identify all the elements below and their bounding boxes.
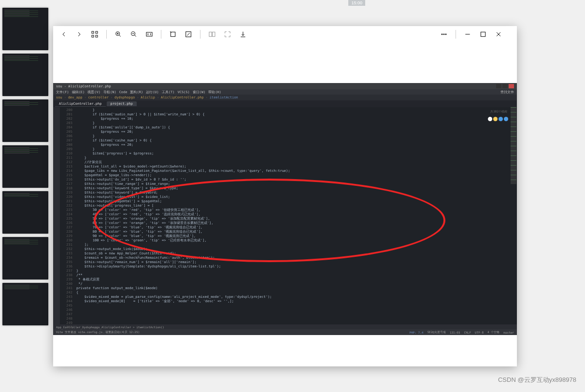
watermark: CSDN @云罗互动yx898978 — [498, 376, 576, 384]
thumbnail-item[interactable] — [2, 237, 48, 280]
code-line: private function output_mode_link($mode) — [76, 286, 510, 291]
thread-count: 共382个线程 — [490, 109, 507, 113]
close-icon[interactable] — [495, 30, 502, 38]
ide-sidebar-ruler — [53, 107, 60, 324]
thumbnail-item[interactable] — [2, 54, 48, 96]
editor-tab[interactable]: AliclipController.php — [55, 101, 106, 107]
code-line: $this->displaySmarty(template:'dydsphopg… — [76, 265, 510, 269]
forward-icon[interactable] — [75, 30, 83, 38]
svg-rect-10 — [213, 32, 215, 36]
ide-minimize-icon[interactable] — [496, 84, 501, 88]
one-to-one-icon[interactable] — [145, 30, 153, 38]
status-php: PHP: 7.4 — [410, 331, 424, 334]
svg-rect-1 — [96, 31, 98, 33]
ide-titlebar: sou - AliclipController.php — [53, 83, 517, 89]
zoom-in-icon[interactable] — [114, 30, 122, 38]
thumbnail-item[interactable] — [2, 145, 48, 188]
rotate-icon[interactable] — [169, 30, 177, 38]
crumb-item[interactable]: AliclipController.php — [161, 96, 204, 99]
status-crlf: CRLF — [464, 331, 471, 334]
crumb-item[interactable]: controller — [88, 96, 109, 99]
ide-tab-bar: AliclipController.phpproject.php — [53, 100, 517, 107]
code-line: $this->output['dv_id'] = $dv_id > 0 ? $d… — [76, 178, 510, 182]
svg-point-12 — [443, 34, 444, 35]
timestamp-badge: 15:00 — [348, 0, 365, 6]
code-line: } — [76, 134, 510, 139]
menu-item[interactable]: 文件(F) — [56, 90, 69, 95]
status-charset: UTF-8 — [475, 331, 484, 334]
menu-item[interactable]: 运行(U) — [146, 90, 159, 95]
ide-window: sou - AliclipController.php 文件(F)编辑(E)视图… — [53, 83, 517, 335]
editor-tab[interactable]: project.php — [107, 101, 137, 106]
code-line: $this->output['keyword_type'] = $keyword… — [76, 186, 510, 191]
crumb-item[interactable]: dydsphopgo — [114, 96, 135, 99]
code-line: $this->output['progress_line'] = [ — [76, 204, 510, 208]
more-icon[interactable] — [440, 30, 448, 38]
back-icon[interactable] — [60, 30, 68, 38]
code-line: $video_mixed_mode[0] = ['title' => '全部',… — [76, 299, 510, 304]
grid-icon[interactable] — [91, 30, 99, 38]
edit-icon[interactable] — [185, 30, 192, 38]
minimap[interactable] — [510, 107, 517, 324]
zoom-out-icon[interactable] — [130, 30, 138, 38]
code-line: $count_ob = new App_Helper_Count($this->… — [76, 252, 510, 256]
menu-item[interactable]: 视图(V) — [87, 90, 100, 95]
code-line: { — [76, 291, 510, 295]
code-line: $this->output['time_range'] = $time_rang… — [76, 182, 510, 186]
ide-maximize-icon[interactable] — [502, 84, 508, 88]
status-encoding: SE2@火星号项 — [427, 330, 445, 335]
minimize-icon[interactable] — [464, 30, 471, 38]
thumbnail-item[interactable] — [2, 283, 48, 325]
code-line: } — [76, 147, 510, 152]
code-line: } — [76, 121, 510, 126]
code-line: if ($item['audio_num'] > 0 || $item['wri… — [76, 112, 510, 117]
download-icon[interactable] — [239, 30, 247, 38]
code-line: } — [76, 269, 510, 273]
code-line: } — [76, 156, 510, 160]
code-line: $progress += 20; — [76, 143, 510, 147]
code-line: 70 => ['color' => 'blue', 'tip' => '视频混剪… — [76, 225, 510, 230]
menu-item[interactable]: 帮助(H) — [208, 90, 221, 95]
code-line: $progress += 20; — [76, 130, 510, 134]
svg-point-11 — [442, 34, 442, 35]
fullscreen-icon[interactable] — [224, 30, 231, 38]
svg-rect-9 — [209, 32, 212, 36]
split-icon[interactable] — [208, 30, 216, 38]
code-line: 100 => ['color' => 'green', 'tip' => '已经… — [76, 238, 510, 243]
find-label[interactable]: 查找文件 — [500, 90, 514, 95]
thumbnail-strip — [2, 8, 51, 329]
code-line: $this->output_mode_link($mode); — [76, 247, 510, 252]
status-linecol: 131:65 — [450, 331, 460, 334]
code-line: $page_libs = new Libs_Pagination_Paginat… — [76, 169, 510, 173]
code-line: $this->output['remain_num'] = $remain['a… — [76, 260, 510, 265]
thumbnail-item[interactable] — [2, 99, 48, 142]
code-line: $video_mixed_mode = plum_parse_config(na… — [76, 295, 510, 299]
line-number-gutter: 2002012022032042052062072082092102112122… — [60, 107, 74, 324]
crumb-item[interactable]: dev_app — [68, 96, 83, 99]
maximize-icon[interactable] — [479, 30, 487, 38]
code-line: 80 => ['color' => 'blue', 'tip' => '视频混剪… — [76, 230, 510, 234]
menu-item[interactable]: VCS(S) — [177, 90, 189, 94]
thumbnail-item[interactable] — [2, 191, 48, 234]
svg-rect-7 — [171, 32, 175, 36]
code-line: } — [76, 108, 510, 112]
menu-item[interactable]: 工具(T) — [162, 90, 175, 95]
viewer-toolbar — [53, 26, 517, 42]
svg-point-13 — [445, 34, 446, 35]
code-line: if ($item['caihe_num'] > 0) { — [76, 139, 510, 143]
ide-close-icon[interactable] — [509, 84, 514, 88]
menu-item[interactable]: 窗口(W) — [193, 90, 206, 95]
menu-item[interactable]: 重构(R) — [130, 90, 143, 95]
code-line: * 各模式设置 — [76, 278, 510, 282]
code-line: $this->output['keyword'] = $keyword; — [76, 191, 510, 195]
thumbnail-item[interactable] — [2, 8, 48, 50]
menu-item[interactable]: 编辑(E) — [72, 90, 85, 95]
code-editor[interactable]: 共382个线程 } if ($item['audio_num'] > 0 || … — [74, 107, 510, 324]
code-line: $this->output['pageHtml'] = $pageHtml; — [76, 199, 510, 204]
menu-item[interactable]: Code — [119, 90, 128, 94]
crumb-item[interactable]: itemlistAction — [210, 96, 238, 99]
crumb-item[interactable]: Aliclip — [141, 96, 155, 99]
svg-rect-3 — [96, 35, 98, 37]
menu-item[interactable]: 导航(N) — [103, 90, 116, 95]
crumb-item[interactable]: sou — [56, 96, 62, 99]
